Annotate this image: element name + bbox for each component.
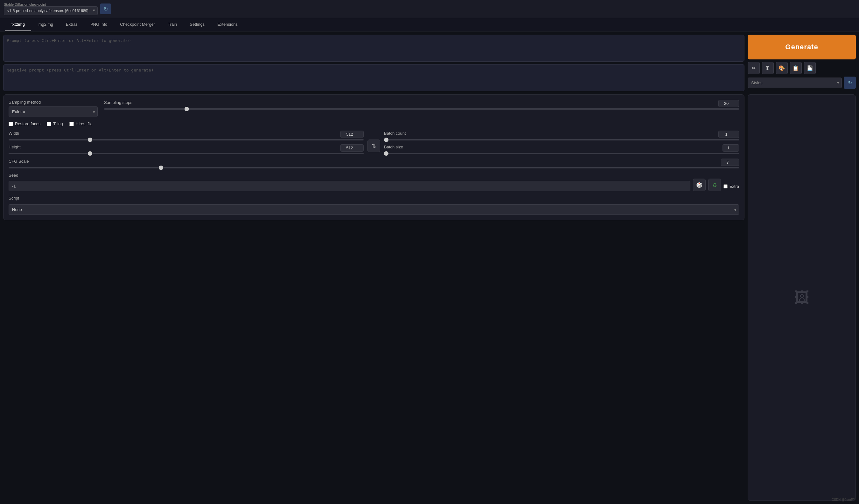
positive-prompt-area <box>3 35 744 62</box>
tab-settings[interactable]: Settings <box>183 18 211 31</box>
width-header: Width <box>9 131 364 138</box>
cfg-scale-label: CFG Scale <box>9 159 29 164</box>
restore-faces-checkbox[interactable] <box>9 122 13 126</box>
main-content: Sampling method Euler a Sampling steps <box>0 31 859 504</box>
seed-input[interactable] <box>9 181 690 191</box>
seed-random-btn[interactable]: 🎲 <box>693 178 706 191</box>
cfg-scale-slider[interactable] <box>9 167 739 169</box>
restore-faces-checkbox-item[interactable]: Restore faces <box>9 121 41 126</box>
tiling-label: Tiling <box>53 121 63 126</box>
tiling-checkbox-item[interactable]: Tiling <box>47 121 63 126</box>
tabs-bar: txt2img img2img Extras PNG Info Checkpoi… <box>0 18 859 31</box>
styles-select[interactable]: Styles <box>748 78 842 88</box>
sampling-method-section: Sampling method Euler a <box>9 100 98 117</box>
seed-recycle-btn[interactable]: ♻ <box>708 178 721 191</box>
sampling-method-label: Sampling method <box>9 100 98 105</box>
batch-count-label: Batch count <box>384 131 406 136</box>
watermark: CSDN @JuroPY <box>832 498 855 502</box>
swap-dimensions-btn[interactable]: ⇅ <box>367 140 380 152</box>
hires-fix-label: Hires. fix <box>76 121 92 126</box>
styles-row: Styles ↻ <box>748 77 856 89</box>
sampling-row: Sampling method Euler a Sampling steps <box>9 100 739 117</box>
script-dropdown-wrapper: None <box>9 204 739 215</box>
script-label: Script <box>9 196 739 201</box>
top-bar: Stable Diffusion checkpoint v1-5-pruned-… <box>0 0 859 18</box>
tab-extensions[interactable]: Extensions <box>211 18 244 31</box>
batch-count-slider[interactable] <box>384 139 739 140</box>
batch-count-header: Batch count <box>384 131 739 138</box>
extra-checkbox-label[interactable]: Extra <box>723 184 739 191</box>
cfg-scale-slider-container: CFG Scale <box>9 159 739 169</box>
toolbar-row: ✏ 🗑 🎨 📋 💾 <box>748 62 856 74</box>
style1-btn[interactable]: 🎨 <box>775 62 788 74</box>
sampling-steps-value[interactable] <box>718 100 739 107</box>
checkboxes-row: Restore faces Tiling Hires. fix <box>9 121 739 126</box>
tab-train[interactable]: Train <box>161 18 183 31</box>
width-label: Width <box>9 131 19 136</box>
script-select[interactable]: None <box>9 204 739 215</box>
width-slider-container: Width <box>9 131 364 140</box>
sampling-steps-slider-container: Sampling steps <box>104 100 739 110</box>
negative-prompt-input[interactable] <box>7 68 741 87</box>
pencil-btn[interactable]: ✏ <box>748 62 760 74</box>
width-value[interactable] <box>341 131 364 138</box>
batch-size-value[interactable] <box>723 144 739 152</box>
sampling-steps-label: Sampling steps <box>104 100 132 105</box>
extra-checkbox[interactable] <box>723 184 728 188</box>
sampling-method-dropdown-wrapper: Euler a <box>9 107 98 117</box>
palette-icon: 🎨 <box>779 65 785 71</box>
seed-input-wrapper: Seed <box>9 173 690 191</box>
batch-size-header: Batch size <box>384 144 739 152</box>
checkpoint-refresh-btn[interactable]: ↻ <box>100 3 111 14</box>
sampling-steps-slider[interactable] <box>104 108 739 110</box>
trash-icon: 🗑 <box>765 65 770 71</box>
negative-prompt-area <box>3 64 744 91</box>
batch-size-slider[interactable] <box>384 153 739 154</box>
positive-prompt-input[interactable] <box>7 38 741 57</box>
prompts-section <box>3 35 744 91</box>
checkpoint-select-wrapper: Stable Diffusion checkpoint v1-5-pruned-… <box>4 2 98 15</box>
save-icon: 💾 <box>807 65 813 71</box>
image-preview: 🖼 <box>748 94 856 501</box>
sampling-method-select[interactable]: Euler a <box>9 107 98 117</box>
hires-fix-checkbox[interactable] <box>69 122 74 126</box>
tab-img2img[interactable]: img2img <box>31 18 60 31</box>
sync-icon: ↻ <box>848 80 852 86</box>
batch-count-value[interactable] <box>718 131 739 138</box>
sampling-steps-section: Sampling steps <box>104 100 739 110</box>
style2-btn[interactable]: 📋 <box>790 62 802 74</box>
pencil-icon: ✏ <box>752 65 756 71</box>
styles-sync-btn[interactable]: ↻ <box>844 77 856 89</box>
batch-size-label: Batch size <box>384 145 403 149</box>
style3-btn[interactable]: 💾 <box>804 62 816 74</box>
sampling-steps-header: Sampling steps <box>104 100 739 107</box>
image-placeholder-icon: 🖼 <box>794 289 809 306</box>
left-panel: Sampling method Euler a Sampling steps <box>3 35 744 501</box>
width-slider[interactable] <box>9 139 364 140</box>
seed-label: Seed <box>9 173 690 178</box>
cfg-scale-value[interactable] <box>721 159 739 166</box>
hires-fix-checkbox-item[interactable]: Hires. fix <box>69 121 92 126</box>
generate-button[interactable]: Generate <box>748 35 856 60</box>
center-col: ⇅ <box>367 131 380 152</box>
wh-batch-grid: Width Height <box>9 131 739 154</box>
seed-row: Seed 🎲 ♻ Extra <box>9 173 739 191</box>
batch-count-slider-container: Batch count <box>384 131 739 140</box>
tiling-checkbox[interactable] <box>47 122 51 126</box>
height-label: Height <box>9 145 21 149</box>
left-col: Width Height <box>9 131 364 154</box>
tab-png-info[interactable]: PNG Info <box>84 18 114 31</box>
height-slider[interactable] <box>9 153 364 154</box>
right-side: Generate ✏ 🗑 🎨 📋 💾 <box>748 35 856 501</box>
height-value[interactable] <box>341 144 364 152</box>
height-slider-container: Height <box>9 144 364 154</box>
tab-extras[interactable]: Extras <box>60 18 84 31</box>
styles-select-wrapper: Styles <box>748 78 842 88</box>
clipboard-icon: 📋 <box>793 65 799 71</box>
extra-label: Extra <box>729 184 739 189</box>
tab-checkpoint-merger[interactable]: Checkpoint Merger <box>114 18 161 31</box>
restore-faces-label: Restore faces <box>15 121 41 126</box>
trash-btn[interactable]: 🗑 <box>762 62 774 74</box>
checkpoint-select[interactable]: v1-5-pruned-emaonly.safetensors [6ce0161… <box>4 6 98 15</box>
tab-txt2img[interactable]: txt2img <box>5 18 31 31</box>
